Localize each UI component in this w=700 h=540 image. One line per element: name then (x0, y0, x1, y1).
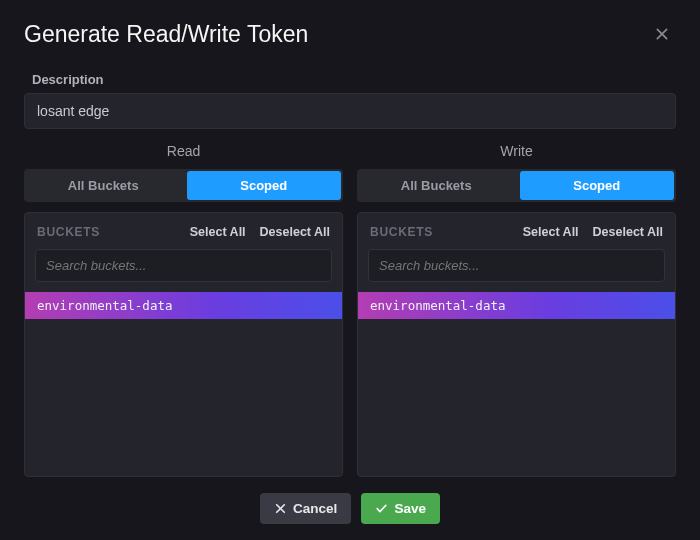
write-bucket-actions: Select All Deselect All (523, 225, 663, 239)
write-scope-toggle: All Buckets Scoped (357, 169, 676, 202)
write-bucket-box: BUCKETS Select All Deselect All environm… (357, 212, 676, 477)
modal-footer: Cancel Save (24, 477, 676, 524)
read-bucket-actions: Select All Deselect All (190, 225, 330, 239)
bucket-item[interactable]: environmental-data (25, 292, 342, 319)
read-bucket-list: environmental-data (25, 292, 342, 476)
bucket-item[interactable]: environmental-data (358, 292, 675, 319)
close-icon (654, 26, 670, 42)
write-all-buckets-toggle[interactable]: All Buckets (359, 171, 514, 200)
cancel-button[interactable]: Cancel (260, 493, 351, 524)
close-icon (274, 502, 287, 515)
save-button-label: Save (394, 501, 426, 516)
write-panel: Write All Buckets Scoped BUCKETS Select … (357, 143, 676, 477)
read-buckets-label: BUCKETS (37, 225, 100, 239)
check-icon (375, 502, 388, 515)
read-all-buckets-toggle[interactable]: All Buckets (26, 171, 181, 200)
read-bucket-search-input[interactable] (35, 249, 332, 282)
description-input[interactable] (24, 93, 676, 129)
read-scoped-toggle[interactable]: Scoped (187, 171, 342, 200)
write-deselect-all[interactable]: Deselect All (593, 225, 663, 239)
read-bucket-box: BUCKETS Select All Deselect All environm… (24, 212, 343, 477)
generate-token-modal: Generate Read/Write Token Description Re… (0, 0, 700, 540)
write-select-all[interactable]: Select All (523, 225, 579, 239)
write-panel-title: Write (357, 143, 676, 159)
modal-title: Generate Read/Write Token (24, 21, 308, 48)
description-label: Description (32, 72, 676, 87)
modal-header: Generate Read/Write Token (24, 20, 676, 48)
permission-panels: Read All Buckets Scoped BUCKETS Select A… (24, 143, 676, 477)
write-bucket-list: environmental-data (358, 292, 675, 476)
write-bucket-search-input[interactable] (368, 249, 665, 282)
write-bucket-header: BUCKETS Select All Deselect All (358, 213, 675, 249)
write-scoped-toggle[interactable]: Scoped (520, 171, 675, 200)
read-panel-title: Read (24, 143, 343, 159)
read-scope-toggle: All Buckets Scoped (24, 169, 343, 202)
read-select-all[interactable]: Select All (190, 225, 246, 239)
read-deselect-all[interactable]: Deselect All (260, 225, 330, 239)
cancel-button-label: Cancel (293, 501, 337, 516)
read-panel: Read All Buckets Scoped BUCKETS Select A… (24, 143, 343, 477)
write-buckets-label: BUCKETS (370, 225, 433, 239)
description-field: Description (24, 72, 676, 129)
save-button[interactable]: Save (361, 493, 440, 524)
close-button[interactable] (648, 20, 676, 48)
read-bucket-header: BUCKETS Select All Deselect All (25, 213, 342, 249)
